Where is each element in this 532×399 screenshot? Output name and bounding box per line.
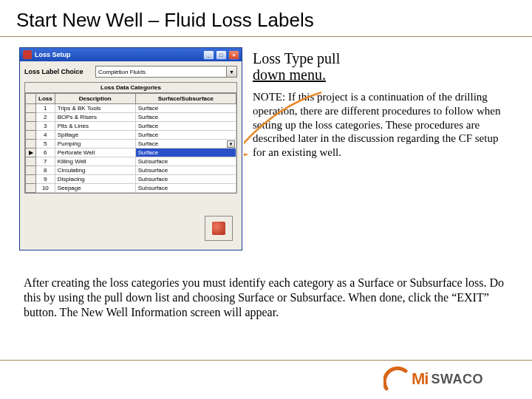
cell-surface-subsurface[interactable]: Surface (135, 131, 236, 140)
callout-title: Loss Type pull down menu. (253, 50, 513, 83)
loss-label-choice-combo[interactable]: Completion Fluids ▼ (95, 66, 237, 78)
grid-corner (26, 94, 36, 104)
cell-surface-subsurface[interactable]: Subsurface (135, 157, 236, 166)
grid-header-loss: Loss (36, 94, 55, 104)
loss-categories-grid: Loss Data Categories Loss Description Su… (24, 82, 237, 194)
row-indicator (26, 122, 36, 131)
cell-surface-subsurface[interactable]: Subsurface (135, 175, 236, 184)
grid-title: Loss Data Categories (25, 83, 236, 93)
combo-value: Completion Fluids (98, 69, 146, 75)
slide-title: Start New Well – Fluid Loss Labels (0, 0, 532, 36)
cell-description[interactable]: Spillage (55, 131, 135, 140)
cell-loss: 6 (36, 149, 55, 157)
row-indicator (26, 166, 36, 175)
cell-surface-subsurface[interactable]: Surface (135, 122, 236, 131)
maximize-button[interactable]: □ (216, 50, 227, 60)
cell-loss: 8 (36, 166, 55, 175)
table-row[interactable]: 2BOPs & RisersSurface (26, 113, 236, 122)
row-indicator: ▶ (26, 149, 36, 157)
chevron-down-icon[interactable]: ▼ (227, 140, 235, 148)
brand-logo: Mi SWACO (383, 366, 483, 392)
cell-loss: 7 (36, 157, 55, 166)
cell-loss: 3 (36, 122, 55, 131)
app-icon (23, 50, 32, 59)
row-indicator (26, 104, 36, 113)
chevron-down-icon[interactable]: ▼ (226, 66, 236, 77)
row-indicator (26, 175, 36, 184)
cell-description[interactable]: Perforate Well (55, 149, 135, 157)
row-indicator (26, 113, 36, 122)
exit-button[interactable] (205, 216, 233, 241)
cell-surface-subsurface[interactable]: Subsurface (135, 166, 236, 175)
cell-description[interactable]: Trips & BK Tools (55, 104, 135, 113)
grid-header-desc: Description (55, 94, 135, 104)
dialog-titlebar[interactable]: Loss Setup _ □ × (20, 48, 242, 61)
cell-surface-subsurface[interactable]: Surface (135, 104, 236, 113)
table-row[interactable]: 8CirculatingSubsurface (26, 166, 236, 175)
row-indicator (26, 140, 36, 149)
row-indicator (26, 184, 36, 193)
grid-header-ss: Surface/Subsurface (135, 94, 236, 104)
cell-loss: 5 (36, 140, 55, 149)
title-rule (0, 36, 532, 37)
table-row[interactable]: 9DisplacingSubsurface (26, 175, 236, 184)
table-row[interactable]: 1Trips & BK ToolsSurface (26, 104, 236, 113)
cell-surface-subsurface[interactable]: Surface (135, 113, 236, 122)
cell-description[interactable]: BOPs & Risers (55, 113, 135, 122)
note-paragraph: NOTE: If this project is a continuation … (253, 90, 513, 160)
table-row[interactable]: 3Pits & LinesSurface (26, 122, 236, 131)
cell-loss: 1 (36, 104, 55, 113)
cell-description[interactable]: Displacing (55, 175, 135, 184)
cell-description[interactable]: Killing Well (55, 157, 135, 166)
cell-loss: 2 (36, 113, 55, 122)
row-indicator (26, 131, 36, 140)
cell-description[interactable]: Pits & Lines (55, 122, 135, 131)
cell-surface-subsurface[interactable]: Surface (135, 149, 236, 157)
row-indicator (26, 157, 36, 166)
cell-loss: 9 (36, 175, 55, 184)
logo-arc-icon (383, 366, 409, 392)
table-row[interactable]: ▶6Perforate WellSurface (26, 149, 236, 157)
minimize-button[interactable]: _ (203, 50, 214, 60)
cell-description[interactable]: Pumping (55, 140, 135, 149)
loss-setup-dialog: Loss Setup _ □ × Loss Label Choice Compl… (19, 47, 242, 250)
cell-surface-subsurface[interactable]: Subsurface (135, 184, 236, 193)
close-button[interactable]: × (228, 50, 239, 60)
cell-surface-subsurface[interactable]: Surface▼ (135, 140, 236, 149)
loss-label-choice-label: Loss Label Choice (24, 68, 91, 75)
table-row[interactable]: 4SpillageSurface (26, 131, 236, 140)
footer-rule (0, 360, 532, 361)
exit-icon (212, 222, 225, 235)
logo-text-swaco: SWACO (431, 372, 483, 387)
cell-loss: 10 (36, 184, 55, 193)
bottom-paragraph: After creating the loss categories you m… (0, 262, 532, 320)
logo-text-mi: Mi (412, 369, 428, 389)
table-row[interactable]: 5PumpingSurface▼ (26, 140, 236, 149)
table-row[interactable]: 10SeepageSubsurface (26, 184, 236, 193)
cell-description[interactable]: Circulating (55, 166, 135, 175)
table-row[interactable]: 7Killing WellSubsurface (26, 157, 236, 166)
cell-description[interactable]: Seepage (55, 184, 135, 193)
dialog-title: Loss Setup (35, 51, 71, 58)
cell-loss: 4 (36, 131, 55, 140)
